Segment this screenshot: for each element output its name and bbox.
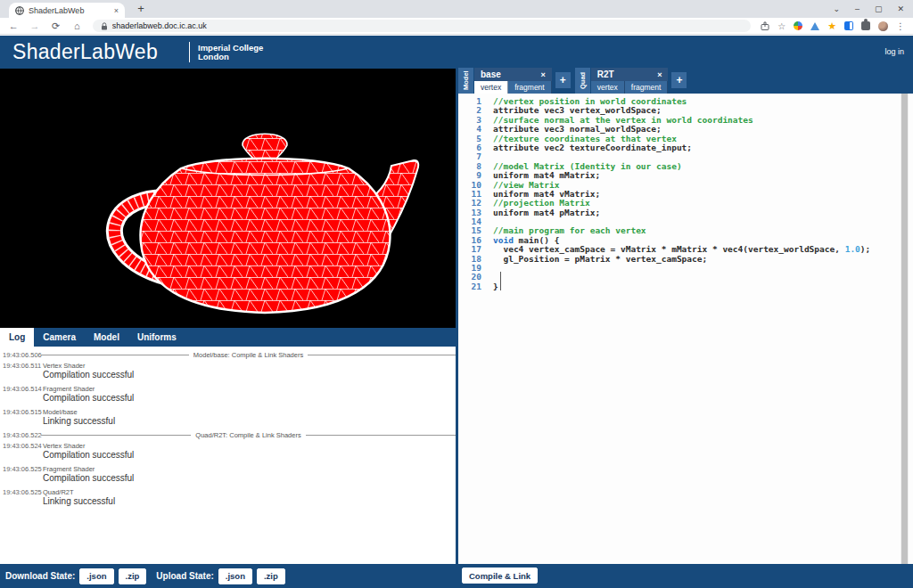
reload-icon[interactable]: ⟳ (50, 20, 62, 32)
log-timestamp: 19:43:06.522 (0, 429, 41, 439)
header-divider (189, 42, 190, 62)
extensions-puzzle-icon[interactable] (861, 21, 870, 30)
upload-zip-button[interactable]: .zip (257, 568, 285, 584)
download-state-label: Download State: (5, 571, 75, 581)
extension-notebook-icon[interactable] (844, 21, 853, 30)
code-token: //vertex position in world coordinates (493, 96, 687, 106)
extension-arrow-icon[interactable] (810, 22, 819, 30)
log-entry-title: Model/base (43, 406, 115, 416)
download-zip-button[interactable]: .zip (119, 568, 147, 584)
address-bar[interactable]: shaderlabweb.doc.ic.ac.uk (93, 20, 752, 32)
close-tab-icon[interactable]: × (657, 70, 662, 79)
state-controls: Download State: .json .zip Upload State:… (0, 568, 285, 584)
browser-tab-strip: ShaderLabWeb × + ⌄ – ▢ ✕ (0, 0, 913, 18)
download-json-button[interactable]: .json (79, 568, 113, 584)
log-entry: 19:43:06.515Model/baseLinking successful (0, 406, 456, 429)
webgl-viewport[interactable] (0, 69, 456, 328)
code-editor[interactable]: 1//vertex position in world coordinates2… (458, 94, 913, 564)
shader-tab-group: base×vertexfragment (474, 68, 552, 94)
editor-scrollbar[interactable] (901, 94, 909, 564)
divider-line (41, 435, 191, 436)
browser-menu-icon[interactable]: ⋮ (896, 21, 905, 31)
compile-link-button[interactable]: Compile & Link (462, 568, 538, 584)
tab-uniforms[interactable]: Uniforms (128, 328, 185, 347)
shader-tab-group: R2T×vertexfragment (591, 68, 669, 94)
log-entry: 19:43:06.525Quad/R2TLinking successful (0, 486, 456, 510)
log-timestamp: 19:43:06.525 (0, 486, 41, 510)
browser-tab[interactable]: ShaderLabWeb × (9, 3, 125, 18)
code-line[interactable]: 18 gl_Position = pMatrix * vertex_camSpa… (458, 255, 913, 264)
shader-tab-label: base (481, 69, 501, 79)
back-icon[interactable]: ← (8, 20, 20, 31)
log-entry-message: Linking successful (43, 416, 115, 426)
share-icon[interactable] (761, 21, 769, 30)
log-entry-message: Linking successful (43, 496, 115, 506)
login-link[interactable]: log in (884, 47, 904, 56)
log-entry-title: Vertex Shader (43, 360, 134, 370)
profile-avatar[interactable] (878, 21, 888, 31)
shader-tab-label: R2T (597, 69, 614, 79)
log-entry: 19:43:06.525Fragment ShaderCompilation s… (0, 463, 456, 486)
log-divider-label: Model/base: Compile & Link Shaders (189, 351, 308, 359)
window-chevron-icon[interactable]: ⌄ (833, 4, 840, 13)
code-token: uniform mat4 mMatrix; (493, 170, 600, 180)
code-token: ); (860, 244, 870, 254)
upload-json-button[interactable]: .json (218, 568, 252, 584)
log-entry-body: Fragment ShaderCompilation successful (41, 383, 134, 406)
tab-log[interactable]: Log (0, 328, 34, 347)
code-lines: 1//vertex position in world coordinates2… (458, 97, 913, 291)
home-icon[interactable]: ⌂ (71, 20, 83, 31)
log-output: 19:43:06.506Model/base: Compile & Link S… (0, 347, 456, 564)
extension-google-icon[interactable] (794, 21, 802, 30)
code-token: uniform mat4 vMatrix; (493, 189, 600, 199)
log-timestamp: 19:43:06.515 (0, 406, 41, 429)
code-line[interactable]: 20 (458, 273, 913, 282)
log-entry-body: Model/baseLinking successful (41, 406, 115, 429)
log-entry-body: Vertex ShaderCompilation successful (41, 440, 134, 463)
window-minimize-icon[interactable]: – (855, 4, 860, 13)
log-timestamp: 19:43:06.525 (0, 463, 41, 486)
log-divider: 19:43:06.506Model/base: Compile & Link S… (0, 349, 456, 359)
log-entry-title: Vertex Shader (43, 440, 134, 450)
line-number: 9 (458, 171, 481, 180)
code-line[interactable]: 19 (458, 264, 913, 273)
tab-model[interactable]: Model (85, 328, 128, 347)
code-token: uniform mat4 pMatrix; (493, 208, 600, 217)
log-timestamp: 19:43:06.524 (0, 440, 41, 463)
add-shader-button[interactable]: + (671, 72, 687, 88)
code-line[interactable]: 13uniform mat4 pMatrix; (458, 208, 913, 217)
forward-icon[interactable]: → (29, 20, 41, 31)
teapot-model (0, 69, 456, 328)
url-text: shaderlabweb.doc.ic.ac.uk (112, 21, 207, 30)
imperial-college-logo: Imperial College London (198, 44, 263, 62)
window-close-icon[interactable]: ✕ (897, 4, 904, 13)
new-tab-button[interactable]: + (134, 2, 148, 16)
code-token: } (493, 282, 498, 291)
subtab-fragment[interactable]: fragment (625, 81, 669, 94)
code-line[interactable]: 6attribute vec2 textureCoordinate_input; (458, 143, 913, 152)
bookmark-star-icon[interactable]: ☆ (777, 21, 786, 31)
log-entry-title: Fragment Shader (43, 383, 134, 393)
log-entry-message: Compilation successful (43, 393, 134, 403)
subtab-vertex[interactable]: vertex (474, 81, 508, 94)
window-maximize-icon[interactable]: ▢ (875, 4, 883, 13)
editor-tab-bar: Modelbase×vertexfragment+QuadR2T×vertexf… (458, 68, 913, 94)
page: ShaderLabWeb × + ⌄ – ▢ ✕ ← → ⟳ ⌂ shaderl… (0, 0, 913, 588)
log-entry-message: Compilation successful (43, 450, 134, 460)
panel-tab-bar: LogCameraModelUniforms (0, 328, 456, 347)
close-tab-icon[interactable]: × (540, 70, 545, 79)
tab-camera[interactable]: Camera (34, 328, 85, 347)
log-entry: 19:43:06.511Vertex ShaderCompilation suc… (0, 360, 456, 383)
shader-tab-base[interactable]: base× (474, 68, 552, 81)
code-token: //texture coordinates at that vertex (493, 134, 677, 143)
shader-tab-r2t[interactable]: R2T× (591, 68, 669, 81)
tab-close-icon[interactable]: × (114, 6, 119, 15)
add-shader-button[interactable]: + (555, 72, 571, 88)
subtab-fragment[interactable]: fragment (508, 81, 552, 94)
subtab-vertex[interactable]: vertex (591, 81, 625, 94)
code-token: //surface normal at the vertex in world … (493, 115, 753, 125)
extension-star-icon[interactable]: ★ (827, 21, 836, 30)
code-line[interactable]: 21} (458, 282, 913, 291)
upload-state-label: Upload State: (156, 571, 213, 581)
editor-scrollbar-thumb[interactable] (901, 94, 908, 564)
